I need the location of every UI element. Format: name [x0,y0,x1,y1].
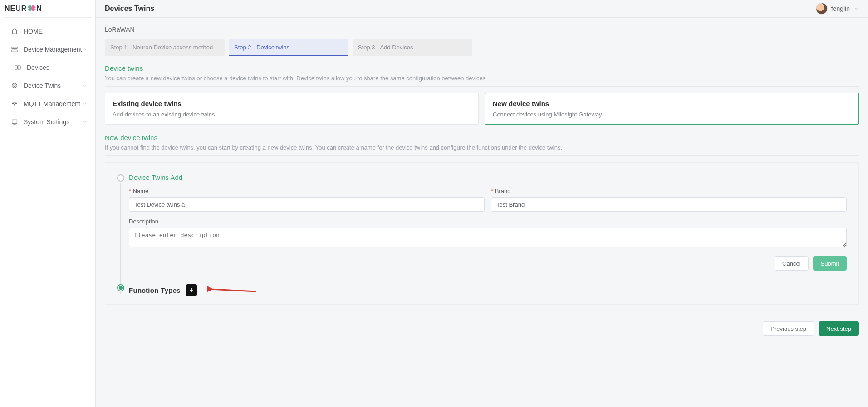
card-description: Connect devices using Milesight Gateway [493,111,851,118]
sidebar: NEUR ✱ ✱ N HOME Device Management [0,0,96,407]
gear-icon: ✱ [30,4,36,13]
brand-label: Brand [491,188,847,194]
next-step-button[interactable]: Next step [819,321,859,336]
nav-device-twins[interactable]: Device Twins [0,77,95,95]
user-name: fenglin [831,5,850,12]
section-description: You can create a new device twins or cho… [105,75,859,82]
divider [105,155,859,156]
svg-rect-3 [18,66,20,69]
name-label: Name [129,188,485,194]
step-dot-active [117,284,124,291]
svg-point-5 [14,85,15,87]
chevron-down-icon [83,83,88,88]
divider [105,86,859,87]
form-block: Device Twins Add Name Brand [105,162,859,305]
devices-icon [14,63,22,72]
nav-label: Device Twins [24,82,83,89]
description-label: Description [129,218,847,225]
add-function-type-button[interactable]: + [186,284,197,296]
function-types-title: Function Types [129,286,181,294]
svg-line-8 [211,289,256,291]
description-textarea[interactable] [129,228,847,247]
step-tabs: Step 1 - Neuron Device access method Ste… [105,39,859,56]
chevron-up-icon [83,47,88,52]
logo: NEUR ✱ ✱ N [0,0,95,17]
settings-icon [10,118,19,126]
section-description: If you cannot find the device twins, you… [105,144,859,151]
breadcrumb: LoRaWAN [105,26,859,33]
avatar [816,3,828,15]
svg-point-4 [12,83,17,88]
section-heading: New device twins [105,134,859,141]
step-3-tab[interactable]: Step 3 - Add Devices [353,39,472,56]
nav-label: Device Management [24,46,83,53]
svg-rect-1 [12,50,17,52]
nav-home[interactable]: HOME [0,22,95,40]
cancel-button[interactable]: Cancel [775,256,808,271]
svg-rect-2 [15,66,17,69]
card-title: New device twins [493,100,851,107]
step-dot [117,174,124,182]
home-icon [10,27,19,35]
submit-button[interactable]: Submit [813,256,847,271]
nav: HOME Device Management Devices [0,20,95,131]
card-existing-twins[interactable]: Existing device twins Add devices to an … [105,93,479,125]
step-2-tab[interactable]: Step 2 - Device twins [229,39,348,56]
topbar: Devices Twins fenglin [96,0,868,18]
nav-device-management[interactable]: Device Management [0,40,95,58]
step-1-tab[interactable]: Step 1 - Neuron Device access method [105,39,225,56]
nav-devices[interactable]: Devices [0,58,95,77]
server-icon [10,45,19,53]
section-heading: Device twins [105,64,859,72]
nav-label: HOME [24,28,88,35]
divider [105,315,859,315]
card-description: Add devices to an existing device twins [113,111,471,118]
brand-input[interactable] [491,197,847,212]
nav-system-settings[interactable]: System Settings [0,113,95,131]
nav-mqtt[interactable]: MQTT Management [0,95,95,113]
twins-icon [10,82,19,90]
step-connector [120,183,121,294]
logo-text-after: N [36,5,42,13]
nav-label: System Settings [24,118,83,126]
nav-label: Devices [27,64,88,71]
card-new-twins[interactable]: New device twins Connect devices using M… [485,93,859,125]
arrow-annotation-icon [207,286,257,295]
user-menu[interactable]: fenglin [816,3,859,15]
page-title: Devices Twins [105,5,154,13]
svg-rect-7 [12,120,17,123]
logo-text-before: NEUR [5,5,27,13]
svg-point-6 [14,104,15,105]
chevron-down-icon [83,120,88,124]
main: Devices Twins fenglin LoRaWAN Step 1 - N… [96,0,868,407]
broadcast-icon [10,100,19,108]
chevron-down-icon [83,102,88,106]
form-step-title: Device Twins Add [129,174,847,181]
divider [3,17,92,18]
previous-step-button[interactable]: Previous step [763,321,814,336]
nav-label: MQTT Management [24,100,83,107]
name-input[interactable] [129,197,485,212]
plus-icon: + [189,286,193,294]
svg-rect-0 [12,47,17,49]
chevron-down-icon [853,6,859,11]
card-title: Existing device twins [113,100,471,107]
